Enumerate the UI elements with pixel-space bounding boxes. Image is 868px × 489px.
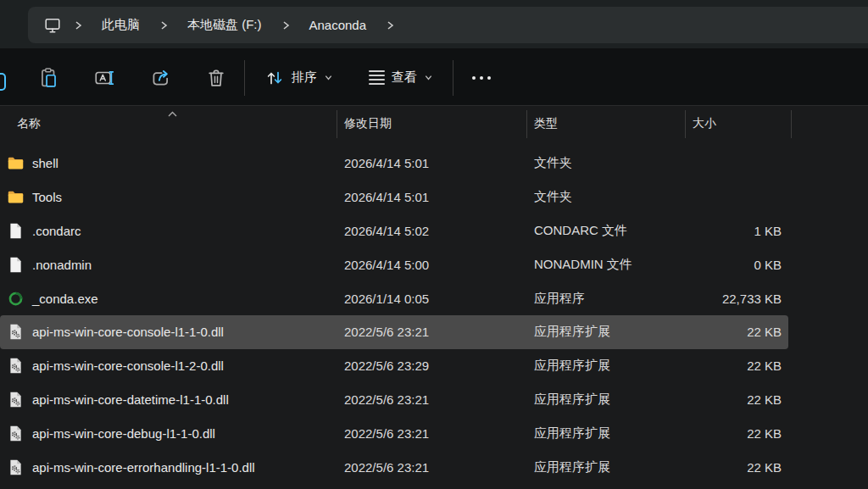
cut-off-icon: [0, 73, 6, 91]
file-row[interactable]: _conda.exe 2026/1/14 0:05 应用程序 22,733 KB: [0, 281, 788, 315]
file-type: 应用程序: [526, 291, 685, 307]
file-type: 应用程序扩展: [526, 425, 685, 442]
file-size: 22,733 KB: [685, 292, 791, 306]
rename-button[interactable]: [86, 58, 123, 98]
file-size: 1 KB: [685, 224, 791, 238]
file-date-modified: 2026/4/14 5:01: [337, 190, 526, 204]
sort-arrows-icon: [264, 68, 285, 88]
column-header-date-modified[interactable]: 修改日期: [337, 116, 526, 131]
view-button[interactable]: 查看: [359, 58, 443, 98]
file-date-modified: 2022/5/6 23:21: [337, 460, 526, 475]
file-name: api-ms-win-core-debug-l1-1-0.dll: [32, 426, 215, 441]
more-options-button[interactable]: [463, 58, 500, 98]
more-icon: [472, 76, 491, 80]
file-type: 应用程序扩展: [526, 392, 685, 408]
file-date-modified: 2026/4/14 5:00: [337, 258, 526, 272]
breadcrumb-chevron-icon[interactable]: [273, 20, 298, 31]
sort-ascending-caret-icon: [167, 107, 178, 120]
file-row[interactable]: api-ms-win-core-debug-l1-1-0.dll 2022/5/…: [0, 416, 788, 450]
sort-button-label: 排序: [292, 69, 317, 86]
breadcrumb-chevron-icon[interactable]: [377, 20, 403, 31]
file-date-modified: 2022/5/6 23:21: [337, 325, 526, 339]
file-type: 应用程序扩展: [526, 324, 685, 340]
file-row[interactable]: api-ms-win-core-console-l1-1-0.dll 2022/…: [0, 315, 788, 349]
breadcrumb: 此电脑 本地磁盘 (F:) Anaconda: [28, 7, 868, 43]
address-bar-region: 此电脑 本地磁盘 (F:) Anaconda: [0, 0, 868, 50]
file-name: api-ms-win-core-console-l1-2-0.dll: [32, 358, 224, 373]
file-list: shell 2026/4/14 5:01 文件夹 Tools 2026/4/14…: [0, 147, 868, 484]
folder-icon: [7, 188, 25, 206]
file-size: 22 KB: [685, 460, 791, 475]
file-date-modified: 2022/5/6 23:21: [337, 426, 526, 441]
breadcrumb-item-anaconda[interactable]: Anaconda: [298, 13, 378, 37]
delete-button[interactable]: [198, 58, 235, 98]
dll-icon: [7, 391, 25, 408]
file-date-modified: 2026/1/14 0:05: [337, 292, 526, 306]
rename-icon: [93, 67, 115, 89]
file-row[interactable]: Tools 2026/4/14 5:01 文件夹: [0, 181, 788, 214]
command-toolbar: 排序 查看: [0, 50, 868, 105]
this-pc-monitor-icon[interactable]: [43, 16, 62, 35]
sort-button[interactable]: 排序: [254, 58, 343, 98]
column-resize-handle[interactable]: [685, 110, 686, 138]
file-explorer-window: 此电脑 本地磁盘 (F:) Anaconda: [0, 0, 868, 489]
file-name: api-ms-win-core-errorhandling-l1-1-0.dll: [32, 460, 255, 475]
file-row[interactable]: api-ms-win-core-console-l1-2-0.dll 2022/…: [0, 349, 788, 383]
file-type: 应用程序扩展: [526, 358, 685, 374]
file-name: api-ms-win-core-datetime-l1-1-0.dll: [32, 392, 229, 407]
file-row[interactable]: api-ms-win-core-errorhandling-l1-1-0.dll…: [0, 450, 788, 484]
file-date-modified: 2022/5/6 23:21: [337, 392, 526, 407]
share-icon: [149, 67, 171, 89]
toolbar-separator: [244, 60, 245, 96]
breadcrumb-item-this-pc[interactable]: 此电脑: [91, 12, 151, 38]
breadcrumb-chevron-icon[interactable]: [65, 20, 91, 31]
file-icon: [7, 222, 25, 240]
delete-icon: [205, 67, 227, 89]
file-name: Tools: [32, 190, 62, 204]
chevron-down-icon: [324, 73, 333, 82]
file-list-pane: 名称 修改日期 类型 大小 shell 2026/4/14 5:01 文件夹 T…: [0, 105, 868, 489]
file-date-modified: 2022/5/6 23:29: [337, 358, 526, 373]
file-size: 0 KB: [685, 258, 791, 272]
file-name: .nonadmin: [32, 258, 92, 272]
view-lines-icon: [369, 70, 385, 85]
file-size: 22 KB: [685, 426, 791, 441]
file-name: api-ms-win-core-console-l1-1-0.dll: [32, 325, 224, 339]
column-header-type[interactable]: 类型: [526, 116, 685, 131]
file-row[interactable]: api-ms-win-core-datetime-l1-1-0.dll 2022…: [0, 383, 788, 417]
file-type: 文件夹: [526, 155, 685, 171]
file-type: NONADMIN 文件: [526, 257, 685, 273]
toolbar-separator: [453, 60, 453, 96]
file-name: .condarc: [32, 224, 81, 238]
dll-icon: [7, 323, 25, 341]
dll-icon: [7, 425, 25, 442]
clipboard-paste-icon: [37, 67, 59, 89]
folder-icon: [7, 154, 25, 172]
column-resize-handle[interactable]: [337, 110, 337, 138]
file-type: 应用程序扩展: [526, 459, 685, 475]
column-resize-handle[interactable]: [791, 110, 792, 138]
file-size: 22 KB: [685, 392, 791, 407]
file-name: _conda.exe: [32, 292, 98, 306]
file-row[interactable]: .condarc 2026/4/14 5:02 CONDARC 文件 1 KB: [0, 214, 788, 248]
column-header-row: 名称 修改日期 类型 大小: [0, 106, 868, 142]
file-row[interactable]: shell 2026/4/14 5:01 文件夹: [0, 147, 788, 181]
breadcrumb-item-local-disk-f[interactable]: 本地磁盘 (F:): [176, 12, 273, 38]
file-name: shell: [32, 156, 58, 170]
file-size: 22 KB: [685, 358, 791, 373]
share-button[interactable]: [142, 58, 179, 98]
file-size: 22 KB: [685, 325, 791, 339]
column-resize-handle[interactable]: [526, 110, 527, 138]
dll-icon: [7, 458, 25, 476]
dll-icon: [7, 357, 25, 375]
file-type: CONDARC 文件: [526, 223, 685, 239]
file-date-modified: 2026/4/14 5:02: [337, 224, 526, 238]
file-row[interactable]: .nonadmin 2026/4/14 5:00 NONADMIN 文件 0 K…: [0, 247, 788, 281]
breadcrumb-chevron-icon[interactable]: [151, 20, 176, 31]
view-button-label: 查看: [392, 69, 417, 86]
paste-button[interactable]: [30, 58, 67, 98]
file-date-modified: 2026/4/14 5:01: [337, 156, 526, 170]
file-type: 文件夹: [526, 189, 685, 205]
column-header-size[interactable]: 大小: [685, 116, 791, 131]
file-icon: [7, 256, 25, 274]
